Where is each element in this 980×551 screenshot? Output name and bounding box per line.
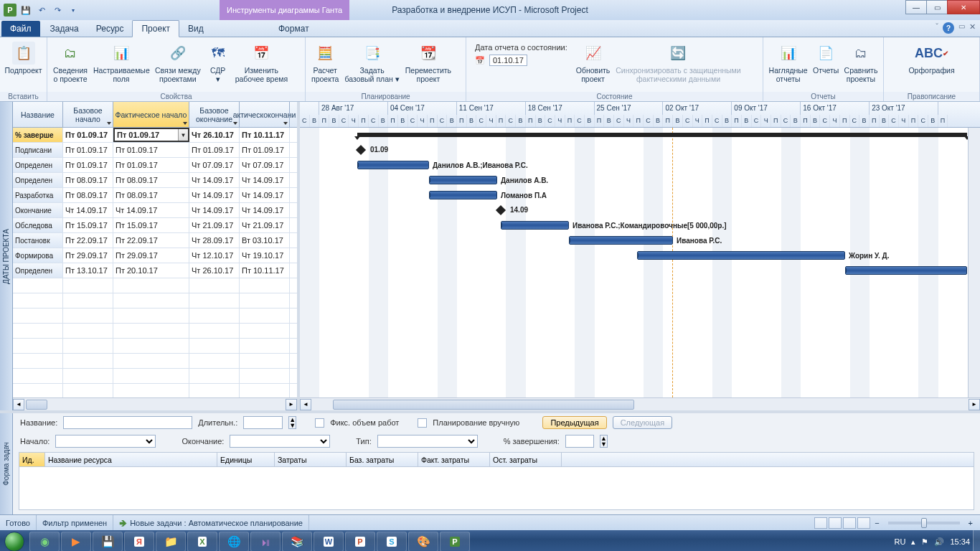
show-desktop-button[interactable] [973,530,980,551]
row-date-cell[interactable]: Пт 29.09.17 [113,248,189,263]
empty-cell[interactable] [13,384,63,397]
row-date-cell[interactable]: Пт 08.09.17 [63,173,113,187]
custom-fields-button[interactable]: 📊 Настраиваемые поля [90,40,152,85]
empty-cell[interactable] [13,324,63,338]
view-btn-2[interactable] [829,517,842,529]
gantt-bar[interactable]: Данилов А.В.;Иванова Р.С. [357,161,429,169]
form-finish-select[interactable] [230,435,330,448]
grid-hscroll[interactable]: ◄ ► [13,397,297,410]
table-row[interactable]: ФормироваПт 29.09.17Пт 29.09.17Чт 12.10.… [13,248,297,263]
row-name-cell[interactable]: Подписани [13,143,63,157]
scroll-left-button[interactable]: ◄ [13,399,24,410]
empty-cell[interactable] [189,293,240,308]
taskbar-item[interactable]: W [314,532,344,551]
empty-cell[interactable] [13,369,63,383]
fg-col-basecost[interactable]: Баз. затраты [347,453,418,466]
fg-col-remcost[interactable]: Ост. затраты [490,453,562,466]
tray-time[interactable]: 15:34 [950,537,970,546]
taskbar-item[interactable]: ◉ [29,532,60,551]
row-date-cell[interactable]: Пт 08.09.17 [113,173,189,187]
tab-resource[interactable]: Ресурс [88,21,133,37]
zoom-out-button[interactable]: − [872,519,882,527]
scroll-thumb[interactable] [26,400,47,410]
row-date-cell[interactable]: Чт 12.10.17 [189,248,240,263]
row-date-cell[interactable]: Чт 26.10.17 [189,128,240,142]
empty-cell[interactable] [189,369,240,383]
col-name[interactable]: Название [13,102,63,127]
reports-button[interactable]: 📄 Отчеты [810,40,842,76]
tab-file[interactable]: Файл [1,21,40,37]
gantt-bar[interactable]: Ломанов П.А [429,191,497,199]
empty-cell[interactable] [113,293,189,308]
row-date-cell[interactable]: Чт 14.09.17 [189,188,240,202]
row-name-cell[interactable]: Постановк [13,233,63,248]
form-resource-grid[interactable]: Ид. Название ресурса Единицы Затраты Баз… [19,452,974,510]
gantt-bar[interactable] [845,266,967,275]
empty-cell[interactable] [189,324,240,338]
empty-cell[interactable] [113,309,189,323]
move-project-button[interactable]: 📆 Переместить проект [402,40,454,85]
scroll-left-button[interactable]: ◄ [300,399,311,410]
table-row[interactable] [13,369,297,384]
empty-cell[interactable] [63,293,113,308]
gantt-bar[interactable]: Иванова Р.С.;Командировочные[5 000,00р.] [501,221,569,230]
tab-format[interactable]: Формат [270,21,318,37]
gantt-bar[interactable]: Жорин У. Д. [637,251,845,260]
table-row[interactable]: ОпределенПт 08.09.17Пт 08.09.17Чт 14.09.… [13,173,297,188]
taskbar-item[interactable]: ▶ [61,532,91,551]
empty-cell[interactable] [189,278,240,293]
row-name-cell[interactable]: Обследова [13,218,63,232]
row-date-cell[interactable]: Пт 01.09.17 [63,128,113,142]
row-date-cell[interactable]: Пт 08.09.17 [113,188,189,202]
taskbar-item[interactable]: S [377,532,407,551]
empty-cell[interactable] [63,278,113,293]
empty-cell[interactable] [189,384,240,397]
row-date-cell[interactable]: Чт 14.09.17 [189,173,240,187]
tab-task[interactable]: Задача [42,21,88,37]
row-date-cell[interactable]: Вт 03.10.17 [240,233,290,248]
table-row[interactable] [13,324,297,339]
tab-project[interactable]: Проект [132,20,179,37]
row-date-cell[interactable]: Чт 14.09.17 [63,203,113,217]
form-type-select[interactable] [377,435,478,448]
row-date-cell[interactable]: Пт 01.09.17 [113,143,189,157]
table-row[interactable]: ОпределенПт 13.10.17Пт 20.10.17Чт 26.10.… [13,263,297,278]
row-date-cell[interactable]: Чт 14.09.17 [240,173,290,187]
row-date-cell[interactable]: Пт 22.09.17 [63,233,113,248]
gantt-milestone[interactable] [496,205,506,215]
table-row[interactable] [13,278,297,293]
row-date-cell[interactable]: Пт 01.09.17 [240,143,290,157]
empty-cell[interactable] [63,324,113,338]
row-name-cell[interactable]: Определен [13,263,63,278]
row-date-cell[interactable]: Пт 01.09.17 [63,143,113,157]
fixed-work-checkbox[interactable] [315,418,324,428]
taskbar-item[interactable]: 🌐 [219,532,249,551]
table-row[interactable]: ОкончаниеЧт 14.09.17Чт 14.09.17Чт 14.09.… [13,203,297,218]
taskbar-item[interactable]: P [345,532,375,551]
col-baseline-finish[interactable]: Базовое окончание [189,102,240,127]
row-date-cell[interactable]: Пт 08.09.17 [63,188,113,202]
change-worktime-button[interactable]: 📅 Изменить рабочее время [232,40,291,85]
row-name-cell[interactable]: Окончание [13,203,63,217]
gantt-summary-bar[interactable] [357,133,967,137]
row-date-cell[interactable]: Пт 01.09.17 [63,158,113,172]
row-date-cell[interactable]: Чт 28.09.17 [189,233,240,248]
empty-cell[interactable] [13,339,63,353]
window-close-icon[interactable]: ✕ [969,22,976,34]
table-row[interactable]: ОбследоваПт 15.09.17Пт 15.09.17Чт 21.09.… [13,218,297,233]
status-newtasks[interactable]: 🡺 Новые задачи : Автоматическое планиров… [113,515,309,530]
fg-col-actcost[interactable]: Факт. затраты [418,453,490,466]
view-btn-1[interactable] [814,517,827,529]
row-date-cell[interactable]: Пт 01.09.17 [113,158,189,172]
empty-cell[interactable] [63,309,113,323]
col-baseline-start[interactable]: Базовое начало [63,102,113,127]
fg-col-units[interactable]: Единицы [217,453,275,466]
calendar-icon[interactable]: 📅 [475,56,485,65]
row-date-cell[interactable]: Пт 20.10.17 [113,263,189,278]
row-date-cell[interactable]: Чт 07.09.17 [240,158,290,172]
empty-cell[interactable] [240,309,290,323]
row-date-cell[interactable]: Пт 13.10.17 [63,263,113,278]
subproject-button[interactable]: 📋 Подпроект [3,40,44,76]
row-name-cell[interactable]: Определен [13,173,63,187]
empty-cell[interactable] [113,354,189,368]
